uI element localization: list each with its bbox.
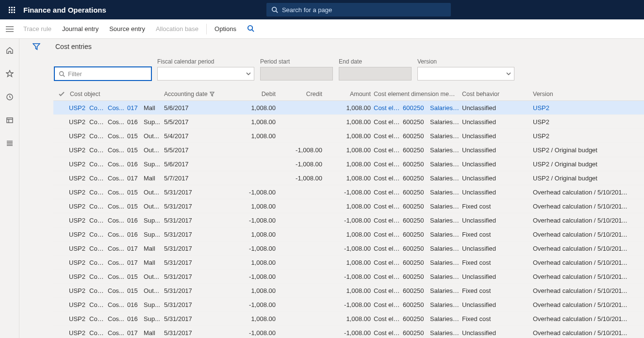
cell-cost-object-3[interactable]: Cos... xyxy=(108,189,127,196)
cell-cem-1[interactable]: Cost ele... xyxy=(374,301,403,308)
cell-cost-object-1[interactable]: USP2 xyxy=(69,329,89,337)
cell-cost-object-3[interactable]: Cos... xyxy=(108,118,127,126)
table-row[interactable]: USP2Cos...Cos...015Out...5/4/20171,008.0… xyxy=(53,129,644,143)
cell-cost-object-4[interactable]: 017 xyxy=(127,329,144,337)
cell-cost-object-3[interactable]: Cos... xyxy=(108,231,127,238)
cell-cem-2[interactable]: 600250 xyxy=(403,118,430,126)
table-row[interactable]: USP2Cos...Cos...017Mall5/31/2017-1,008.0… xyxy=(53,326,644,338)
cell-cost-object-4[interactable]: 016 xyxy=(127,217,144,224)
cell-version[interactable]: Overhead calculation / 5/10/201... xyxy=(533,231,635,238)
cell-cem-3[interactable]: Salaries ... xyxy=(430,146,462,154)
cell-cem-3[interactable]: Salaries ... xyxy=(430,287,462,294)
cell-cem-3[interactable]: Salaries ... xyxy=(430,175,462,182)
table-row[interactable]: USP2Cos...Cos...017Mall5/31/20171,008.00… xyxy=(53,256,644,270)
cell-cost-object-1[interactable]: USP2 xyxy=(69,217,89,224)
cell-cem-3[interactable]: Salaries ... xyxy=(430,189,462,196)
cell-cost-object-2[interactable]: Cos... xyxy=(89,189,108,196)
col-accounting-date[interactable]: Accounting date xyxy=(164,91,232,97)
cell-cost-object-1[interactable]: USP2 xyxy=(69,301,89,308)
cell-cem-3[interactable]: Salaries ... xyxy=(430,132,462,140)
cell-version[interactable]: Overhead calculation / 5/10/201... xyxy=(533,259,635,266)
cell-cost-object-1[interactable]: USP2 xyxy=(69,203,89,210)
col-cost-object[interactable]: Cost object xyxy=(69,91,164,97)
cell-cost-object-2[interactable]: Cos... xyxy=(89,301,108,308)
modules-icon[interactable] xyxy=(0,137,19,150)
recent-icon[interactable] xyxy=(0,90,19,104)
cell-version[interactable]: Overhead calculation / 5/10/201... xyxy=(533,273,635,280)
col-amount[interactable]: Amount xyxy=(325,91,374,97)
cell-cost-object-4[interactable]: 015 xyxy=(127,189,144,196)
home-icon[interactable] xyxy=(0,44,19,57)
cell-cem-2[interactable]: 600250 xyxy=(403,245,430,252)
cell-cem-2[interactable]: 600250 xyxy=(403,175,430,182)
cmd-journal-entry[interactable]: Journal entry xyxy=(62,25,99,32)
cell-cem-1[interactable]: Cost ele... xyxy=(374,146,403,154)
cell-cost-object-1[interactable]: USP2 xyxy=(69,161,89,168)
cell-cost-object-3[interactable]: Cos... xyxy=(108,287,127,294)
cell-cost-object-4[interactable]: 017 xyxy=(127,245,144,252)
cell-cost-object-2[interactable]: Cos... xyxy=(89,104,108,112)
cell-cost-object-4[interactable]: 015 xyxy=(127,203,144,210)
cell-cost-object-2[interactable]: Cos... xyxy=(89,259,108,266)
cell-cost-object-4[interactable]: 015 xyxy=(127,273,144,280)
cell-cost-object-4[interactable]: 017 xyxy=(127,175,144,182)
cell-cem-2[interactable]: 600250 xyxy=(403,287,430,294)
cell-cem-2[interactable]: 600250 xyxy=(403,301,430,308)
cell-version[interactable]: Overhead calculation / 5/10/201... xyxy=(533,329,635,337)
cell-cem-3[interactable]: Salaries ... xyxy=(430,104,462,112)
cell-cem-2[interactable]: 600250 xyxy=(403,329,430,337)
cell-cost-object-2[interactable]: Cos... xyxy=(89,217,108,224)
table-row[interactable]: USP2Cos...Cos...016Sup...5/31/20171,008.… xyxy=(53,312,644,326)
col-behavior[interactable]: Cost behavior xyxy=(462,91,533,97)
nav-toggle-button[interactable] xyxy=(0,19,19,39)
cell-version[interactable]: USP2 xyxy=(533,104,635,112)
cell-cost-object-1[interactable]: USP2 xyxy=(69,273,89,280)
cell-cem-1[interactable]: Cost ele... xyxy=(374,175,403,182)
cell-cem-1[interactable]: Cost ele... xyxy=(374,273,403,280)
favorite-icon[interactable] xyxy=(0,67,19,80)
cell-cem-2[interactable]: 600250 xyxy=(403,104,430,112)
col-debit[interactable]: Debit xyxy=(232,91,279,97)
cell-cost-object-4[interactable]: 015 xyxy=(127,287,144,294)
table-row[interactable]: USP2Cos...Cos...015Out...5/31/20171,008.… xyxy=(53,284,644,298)
cell-version[interactable]: Overhead calculation / 5/10/201... xyxy=(533,315,635,322)
cell-cost-object-3[interactable]: Cos... xyxy=(108,175,127,182)
cell-cost-object-3[interactable]: Cos... xyxy=(108,161,127,168)
table-row[interactable]: USP2Cos...Cos...015Out...5/31/2017-1,008… xyxy=(53,270,644,284)
cell-cost-object-3[interactable]: Cos... xyxy=(108,217,127,224)
table-row[interactable]: USP2Cos...Cos...017Mall5/7/2017-1,008.00… xyxy=(53,171,644,185)
cell-cem-1[interactable]: Cost ele... xyxy=(374,315,403,322)
cell-version[interactable]: Overhead calculation / 5/10/201... xyxy=(533,203,635,210)
cell-cost-object-1[interactable]: USP2 xyxy=(69,231,89,238)
cell-cost-object-1[interactable]: USP2 xyxy=(69,132,89,140)
cell-version[interactable]: USP2 / Original budget xyxy=(533,175,635,182)
cell-cost-object-2[interactable]: Cos... xyxy=(89,245,108,252)
cell-cost-object-2[interactable]: Cos... xyxy=(89,203,108,210)
cell-cem-3[interactable]: Salaries ... xyxy=(430,231,462,238)
table-row[interactable]: USP2Cos...Cos...016Sup...5/5/20171,008.0… xyxy=(53,115,644,129)
cell-cost-object-3[interactable]: Cos... xyxy=(108,203,127,210)
cell-cem-1[interactable]: Cost ele... xyxy=(374,245,403,252)
quick-filter-input[interactable]: Filter xyxy=(54,67,151,80)
col-cem[interactable]: Cost element dimension member xyxy=(374,91,462,97)
cell-cost-object-1[interactable]: USP2 xyxy=(69,118,89,126)
table-row[interactable]: USP2Cos...Cos...016Sup...5/31/20171,008.… xyxy=(53,227,644,241)
cell-cem-1[interactable]: Cost ele... xyxy=(374,259,403,266)
cmd-source-entry[interactable]: Source entry xyxy=(109,25,145,32)
cell-cost-object-4[interactable]: 016 xyxy=(127,315,144,322)
cell-cost-object-2[interactable]: Cos... xyxy=(89,146,108,154)
cell-cost-object-2[interactable]: Cos... xyxy=(89,273,108,280)
cell-cost-object-3[interactable]: Cos... xyxy=(108,301,127,308)
cell-cost-object-2[interactable]: Cos... xyxy=(89,118,108,126)
cell-cost-object-4[interactable]: 016 xyxy=(127,161,144,168)
cell-cem-2[interactable]: 600250 xyxy=(403,259,430,266)
cell-cem-3[interactable]: Salaries ... xyxy=(430,273,462,280)
cell-version[interactable]: USP2 xyxy=(533,118,635,126)
cell-cem-1[interactable]: Cost ele... xyxy=(374,203,403,210)
cell-cem-2[interactable]: 600250 xyxy=(403,315,430,322)
cell-cem-1[interactable]: Cost ele... xyxy=(374,329,403,337)
cell-cost-object-3[interactable]: Cos... xyxy=(108,329,127,337)
cell-cem-3[interactable]: Salaries ... xyxy=(430,217,462,224)
cell-cem-3[interactable]: Salaries ... xyxy=(430,315,462,322)
cell-cost-object-1[interactable]: USP2 xyxy=(69,245,89,252)
